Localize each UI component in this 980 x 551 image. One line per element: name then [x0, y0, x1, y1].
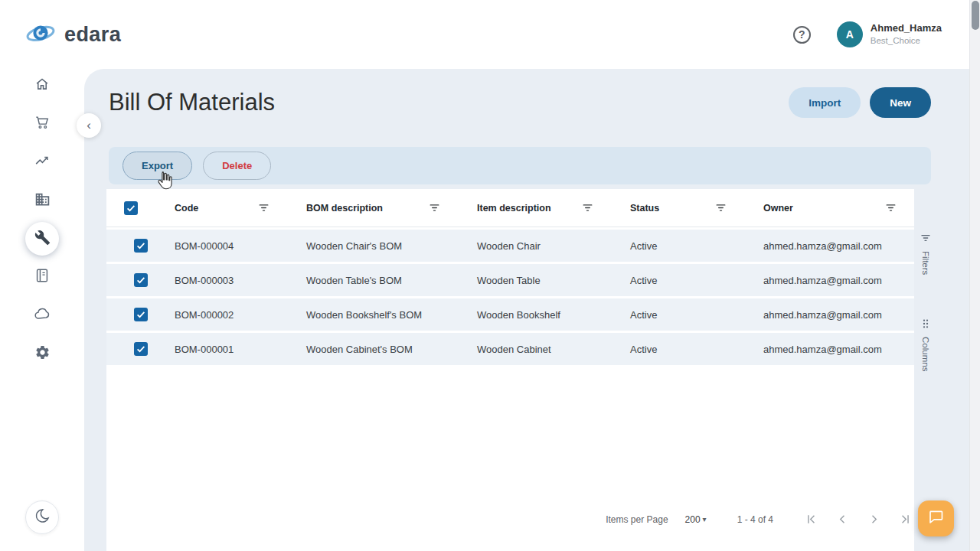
cloud-icon	[34, 305, 51, 325]
filter-icon-item-description[interactable]	[581, 201, 594, 214]
table-row[interactable]: BOM-000002 Wooden Bookshelf's BOM Wooden…	[106, 298, 914, 333]
moon-icon	[34, 507, 51, 527]
filters-tab-label: Filters	[921, 251, 930, 275]
avatar[interactable]: A	[837, 21, 863, 47]
cell-owner: ahmed.hamza@gmail.com	[744, 275, 914, 286]
user-name: Ahmed_Hamza	[871, 21, 942, 35]
first-page-button[interactable]	[804, 512, 818, 527]
wrench-icon	[34, 230, 51, 249]
sidebar-item-tools[interactable]	[25, 222, 59, 256]
export-button[interactable]: Export	[122, 152, 192, 180]
cell-owner: ahmed.hamza@gmail.com	[744, 344, 914, 355]
chevron-left-icon: ‹	[87, 118, 91, 133]
column-header-item-description: Item description	[458, 201, 611, 214]
sidebar	[0, 69, 84, 551]
previous-page-button[interactable]	[835, 512, 850, 527]
column-label: Item description	[477, 203, 551, 214]
cell-code: BOM-000004	[155, 240, 287, 252]
cart-icon	[34, 114, 51, 134]
brand-name: edara	[64, 23, 121, 47]
columns-tab[interactable]: Columns	[920, 318, 932, 371]
row-checkbox[interactable]	[134, 239, 148, 253]
sidebar-item-cloud[interactable]	[25, 298, 59, 332]
chat-bubble-icon	[927, 508, 945, 529]
column-header-status: Status	[611, 201, 744, 214]
column-header-owner: Owner	[744, 201, 914, 214]
main-content: Bill Of Materials Import New Export Dele…	[84, 69, 980, 551]
sidebar-item-analytics[interactable]	[25, 145, 59, 179]
page-title: Bill Of Materials	[109, 89, 275, 116]
dark-mode-toggle[interactable]	[25, 500, 59, 534]
column-label: BOM description	[306, 203, 383, 214]
chat-fab-button[interactable]	[918, 500, 954, 536]
column-label: Status	[630, 203, 659, 214]
row-checkbox[interactable]	[134, 308, 148, 321]
column-header-code: Code	[155, 201, 287, 214]
next-page-button[interactable]	[867, 512, 881, 527]
filters-tab[interactable]: Filters	[920, 232, 932, 275]
sidebar-collapse-button[interactable]: ‹	[77, 113, 101, 138]
bulk-actions-toolbar: Export Delete	[109, 147, 931, 184]
cell-owner: ahmed.hamza@gmail.com	[744, 240, 914, 252]
table-row[interactable]: BOM-000003 Wooden Table's BOM Wooden Tab…	[106, 264, 914, 298]
window-scrollbar[interactable]	[969, 0, 980, 551]
table-row[interactable]: BOM-000004 Wooden Chair's BOM Wooden Cha…	[106, 230, 914, 264]
cell-item-description: Wooden Cabinet	[458, 344, 611, 355]
row-checkbox[interactable]	[134, 342, 148, 356]
cell-code: BOM-000003	[155, 275, 287, 286]
bom-table: Code BOM description Item description St…	[106, 189, 914, 551]
topbar: edara ? A Ahmed_Hamza Best_Choice	[0, 0, 980, 69]
user-info: Ahmed_Hamza Best_Choice	[871, 21, 942, 47]
cell-bom-description: Wooden Cabinet's BOM	[287, 344, 458, 355]
user-menu[interactable]: A Ahmed_Hamza Best_Choice	[837, 21, 942, 47]
new-button[interactable]: New	[870, 87, 931, 118]
gear-icon	[34, 344, 51, 364]
cell-status: Active	[611, 240, 744, 252]
cell-item-description: Wooden Table	[458, 275, 611, 286]
items-per-page-label: Items per Page	[606, 514, 668, 525]
table-row[interactable]: BOM-000001 Wooden Cabinet's BOM Wooden C…	[106, 333, 914, 367]
delete-button[interactable]: Delete	[203, 152, 271, 180]
help-icon[interactable]: ?	[793, 26, 811, 44]
cell-code: BOM-000002	[155, 309, 287, 321]
user-company: Best_Choice	[871, 35, 942, 47]
cell-item-description: Wooden Chair	[458, 240, 611, 252]
table-header-row: Code BOM description Item description St…	[106, 189, 914, 227]
trending-up-icon	[34, 152, 51, 172]
filter-icon-bom-description[interactable]	[428, 201, 441, 214]
chevron-down-icon: ▾	[703, 515, 707, 523]
row-checkbox[interactable]	[134, 273, 148, 287]
filter-icon-owner[interactable]	[884, 201, 897, 214]
filter-icon-code[interactable]	[257, 201, 270, 214]
scrollbar-thumb[interactable]	[972, 1, 979, 30]
page-header: Bill Of Materials Import New	[109, 87, 931, 118]
cell-bom-description: Wooden Bookshelf's BOM	[287, 309, 458, 321]
filter-icon-status[interactable]	[714, 201, 727, 214]
factory-icon	[34, 191, 51, 210]
cell-item-description: Wooden Bookshelf	[458, 309, 611, 321]
help-glyph: ?	[799, 28, 805, 41]
cell-bom-description: Wooden Table's BOM	[287, 275, 458, 286]
pagination: Items per Page 200 ▾ 1 - 4 of 4	[106, 512, 913, 527]
cell-code: BOM-000001	[155, 344, 287, 355]
cell-status: Active	[611, 275, 744, 286]
column-header-bom-description: BOM description	[287, 201, 458, 214]
sidebar-item-documents[interactable]	[25, 260, 59, 294]
home-icon	[34, 76, 51, 96]
sidebar-item-settings[interactable]	[25, 337, 59, 370]
sidebar-item-home[interactable]	[25, 69, 59, 103]
import-button[interactable]: Import	[789, 87, 861, 118]
column-label: Code	[175, 203, 198, 214]
page-size-select[interactable]: 200 ▾	[685, 514, 707, 525]
cell-bom-description: Wooden Chair's BOM	[287, 240, 458, 252]
cell-owner: ahmed.hamza@gmail.com	[744, 309, 914, 321]
last-page-button[interactable]	[898, 512, 913, 527]
notebook-icon	[34, 267, 51, 287]
sidebar-item-manufacturing[interactable]	[25, 184, 59, 217]
table-side-tabs: Filters Columns	[916, 189, 936, 372]
sidebar-item-cart[interactable]	[25, 107, 59, 141]
column-label: Owner	[763, 203, 793, 214]
table-body: BOM-000004 Wooden Chair's BOM Wooden Cha…	[106, 227, 914, 367]
avatar-initial: A	[846, 28, 854, 41]
select-all-checkbox[interactable]	[124, 201, 138, 215]
